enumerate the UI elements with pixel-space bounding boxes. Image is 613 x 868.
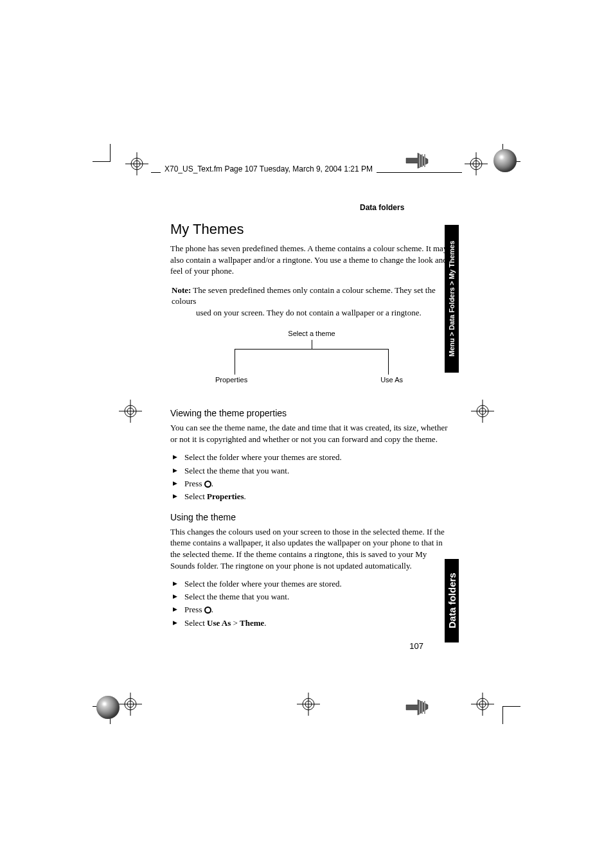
subheading-using: Using the theme xyxy=(170,512,453,522)
step-text: . xyxy=(244,492,246,501)
registration-target-icon xyxy=(296,691,321,717)
diagram-root-label: Select a theme xyxy=(209,330,414,337)
list-item: Select Properties. xyxy=(179,490,453,503)
registration-target-icon xyxy=(124,151,150,177)
step-text: Select xyxy=(184,618,207,628)
svg-rect-29 xyxy=(422,154,423,167)
step-text: Press xyxy=(184,479,204,488)
list-item: Select the folder where your themes are … xyxy=(179,578,453,590)
subheading-viewing: Viewing the theme properties xyxy=(170,408,453,418)
theme-diagram: Select a theme Properties Use As xyxy=(209,330,414,387)
list-item: Select Use As > Theme. xyxy=(179,617,453,630)
page-number: 107 xyxy=(409,641,423,651)
globe-ball-icon xyxy=(493,149,517,172)
registration-target-icon xyxy=(118,691,143,717)
svg-rect-33 xyxy=(424,701,425,714)
registration-target-icon xyxy=(118,398,143,424)
drill-icon xyxy=(405,152,431,170)
registration-target-icon xyxy=(470,398,495,424)
crop-mark xyxy=(502,706,520,724)
crop-mark xyxy=(93,144,111,162)
registration-target-icon xyxy=(470,691,495,717)
subsection-body: This changes the colours used on your sc… xyxy=(170,526,453,571)
step-text: > xyxy=(231,618,240,628)
intro-paragraph: The phone has seven predefined themes. A… xyxy=(170,243,453,277)
list-item: Press . xyxy=(179,603,453,616)
diagram-leaf-label: Properties xyxy=(215,376,247,384)
diagram-connector xyxy=(388,349,389,375)
subsection-body: You can see the theme name, the date and… xyxy=(170,422,453,445)
step-text: . xyxy=(264,618,266,628)
list-item: Select the theme that you want. xyxy=(179,590,453,603)
diagram-connector xyxy=(312,340,312,349)
svg-rect-28 xyxy=(419,154,420,167)
list-item: Select the folder where your themes are … xyxy=(179,451,453,464)
svg-rect-31 xyxy=(419,701,420,714)
step-text: Press xyxy=(184,605,204,614)
note-text: used on your screen. They do not contain… xyxy=(172,307,453,319)
page-content: My Themes The phone has seven predefined… xyxy=(170,193,453,630)
diagram-connector xyxy=(235,349,235,375)
note-text: The seven predefined themes only contain… xyxy=(172,285,436,306)
step-text: Select xyxy=(184,492,207,501)
ok-button-icon xyxy=(204,481,211,488)
drill-icon xyxy=(405,698,431,716)
ok-button-icon xyxy=(204,607,211,614)
svg-rect-30 xyxy=(424,154,425,167)
step-text: . xyxy=(211,479,213,488)
header-filename: X70_US_Text.fm Page 107 Tuesday, March 9… xyxy=(161,164,377,173)
step-list: Select the folder where your themes are … xyxy=(170,451,453,503)
note-box: Note: The seven predefined themes only c… xyxy=(170,285,453,319)
list-item: Select the theme that you want. xyxy=(179,465,453,477)
step-text-bold: Properties xyxy=(207,492,244,501)
step-text: . xyxy=(211,605,213,614)
diagram-connector xyxy=(235,349,389,350)
diagram-leaf-label: Use As xyxy=(380,376,403,384)
page-title: My Themes xyxy=(170,221,453,238)
step-text-bold: Theme xyxy=(240,618,264,628)
registration-target-icon xyxy=(463,151,489,177)
globe-ball-icon xyxy=(96,696,120,719)
step-list: Select the folder where your themes are … xyxy=(170,578,453,630)
step-text-bold: Use As xyxy=(207,618,231,628)
note-label: Note: xyxy=(172,285,191,295)
svg-rect-32 xyxy=(422,701,423,714)
list-item: Press . xyxy=(179,477,453,490)
